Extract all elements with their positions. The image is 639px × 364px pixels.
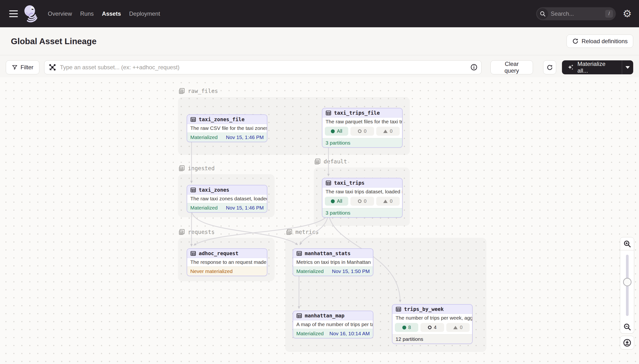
table-icon (296, 250, 302, 256)
clear-query-label: Clear query (497, 60, 526, 74)
asset-description: Metrics on taxi trips in Manhattan (293, 258, 373, 266)
group-label-metrics: metrics (286, 229, 319, 235)
search-icon (537, 8, 548, 19)
zoom-out-icon (623, 323, 631, 331)
top-navbar: Overview Runs Assets Deployment / ⚙ (0, 0, 639, 27)
search-shortcut-key: / (605, 10, 613, 18)
status-label: Materialized (190, 134, 218, 140)
missing-triangle-icon (453, 326, 458, 329)
asset-node-manhattan-stats[interactable]: manhattan_stats Metrics on taxi trips in… (293, 248, 373, 276)
group-table-icon (179, 88, 185, 94)
zoom-in-button[interactable] (620, 237, 634, 250)
materialization-timestamp[interactable]: Nov 16, 10:14 AM (329, 331, 370, 336)
table-icon (190, 187, 196, 193)
zoom-controls (620, 237, 634, 334)
table-icon (396, 306, 401, 312)
partition-badge-failed[interactable]: 0 (350, 127, 374, 136)
nav-links: Overview Runs Assets Deployment (48, 10, 160, 17)
clear-query-button[interactable]: Clear query (490, 60, 533, 74)
funnel-icon (12, 64, 18, 70)
zoom-slider[interactable] (620, 250, 634, 320)
asset-description: A map of the number of trips per taxi z.… (293, 320, 373, 329)
asset-node-trips-by-week[interactable]: trips_by_week The number of trips per we… (392, 304, 473, 344)
zoom-out-button[interactable] (620, 320, 634, 334)
partition-badge-missing[interactable]: 0 (376, 197, 400, 206)
refresh-icon (572, 38, 579, 44)
partitions-count: 3 partitions (326, 210, 350, 216)
partition-badge-failed[interactable]: 4 (420, 323, 444, 332)
refresh-icon (546, 64, 553, 71)
partition-health-badges: All 0 0 (322, 196, 402, 208)
nav-item-deployment[interactable]: Deployment (129, 10, 160, 17)
materialize-dropdown-toggle[interactable] (622, 60, 633, 74)
menu-icon[interactable] (9, 10, 18, 17)
materialization-timestamp[interactable]: Nov 15, 1:46 PM (226, 205, 264, 211)
materialize-all-button[interactable]: Materialize all... (562, 60, 633, 74)
asset-description: The response to an request made in th... (187, 258, 267, 266)
group-label-raw-files: raw_files (179, 88, 218, 94)
materialized-dot-icon (331, 130, 335, 133)
page-header: Global Asset Lineage Reload definitions (0, 27, 639, 55)
reload-definitions-button[interactable]: Reload definitions (566, 34, 633, 48)
asset-status-bar: Materialized Nov 15, 1:50 PM (293, 266, 373, 276)
group-label-requests: requests (179, 229, 215, 235)
filter-button[interactable]: Filter (6, 60, 39, 74)
failed-ring-icon (358, 200, 362, 203)
status-label: Never materialized (190, 268, 233, 274)
sparkle-icon (567, 64, 574, 71)
global-search[interactable]: / (536, 7, 616, 20)
search-input[interactable] (551, 10, 596, 17)
asset-node-adhoc-request[interactable]: adhoc_request The response to an request… (187, 248, 267, 276)
page-title: Global Asset Lineage (11, 36, 97, 46)
asset-status-bar: Materialized Nov 15, 1:46 PM (187, 132, 267, 142)
nav-item-overview[interactable]: Overview (48, 10, 72, 17)
status-label: Materialized (296, 331, 324, 336)
info-icon[interactable] (470, 64, 478, 71)
partition-badge-failed[interactable]: 0 (350, 197, 374, 206)
failed-ring-icon (428, 326, 432, 329)
asset-node-manhattan-map[interactable]: manhattan_map A map of the number of tri… (293, 311, 373, 338)
partition-badge-missing[interactable]: 0 (446, 323, 470, 332)
zoom-slider-thumb[interactable] (623, 278, 631, 286)
asset-node-taxi-zones-file[interactable]: taxi_zones_file The raw CSV file for the… (187, 114, 267, 142)
asset-node-taxi-zones[interactable]: taxi_zones The raw taxi zones dataset, l… (187, 185, 267, 213)
asset-status-bar: 3 partitions (322, 138, 402, 147)
partition-badge-materialized[interactable]: 8 (395, 323, 418, 332)
asset-status-bar: Materialized Nov 15, 1:46 PM (187, 203, 267, 212)
group-table-icon (314, 158, 321, 164)
status-label: Materialized (190, 205, 218, 211)
status-label: Materialized (296, 268, 324, 274)
asset-node-taxi-trips[interactable]: taxi_trips The raw taxi trips dataset, l… (322, 178, 403, 218)
chevron-down-icon (625, 66, 630, 69)
materialization-timestamp[interactable]: Nov 15, 1:50 PM (332, 268, 370, 274)
asset-description: The raw parquet files for the taxi trips… (322, 118, 402, 126)
download-image-button[interactable] (620, 336, 634, 350)
materialized-dot-icon (331, 200, 335, 203)
filter-label: Filter (21, 64, 33, 71)
materialized-dot-icon (402, 326, 406, 330)
asset-query-wrap (44, 60, 481, 74)
asset-title: taxi_zones (199, 187, 229, 193)
lineage-toolbar: Filter Clear query (0, 55, 639, 77)
asset-description: The raw CSV file for the taxi zones dat.… (187, 124, 267, 132)
settings-gear-icon[interactable]: ⚙ (622, 9, 632, 19)
partition-badge-missing[interactable]: 0 (376, 127, 400, 136)
lineage-canvas[interactable]: raw_files ingested default requests metr… (0, 77, 639, 364)
refresh-graph-button[interactable] (543, 60, 556, 74)
table-icon (326, 110, 331, 116)
asset-description: The raw taxi zones dataset, loaded int..… (187, 194, 267, 203)
nav-item-runs[interactable]: Runs (80, 10, 94, 17)
asset-title: manhattan_map (305, 313, 344, 318)
partition-badge-materialized[interactable]: All (325, 197, 348, 206)
nav-item-assets[interactable]: Assets (102, 10, 121, 17)
asset-title: taxi_trips_file (334, 110, 380, 116)
materialization-timestamp[interactable]: Nov 15, 1:46 PM (226, 134, 264, 140)
asset-node-taxi-trips-file[interactable]: taxi_trips_file The raw parquet files fo… (322, 108, 403, 148)
partition-health-badges: 8 4 0 (392, 322, 472, 334)
asset-subset-input[interactable] (44, 60, 481, 74)
group-table-icon (179, 229, 185, 235)
failed-ring-icon (358, 130, 362, 133)
partition-badge-materialized[interactable]: All (325, 127, 348, 136)
group-table-icon (286, 229, 292, 235)
table-icon (326, 180, 331, 186)
